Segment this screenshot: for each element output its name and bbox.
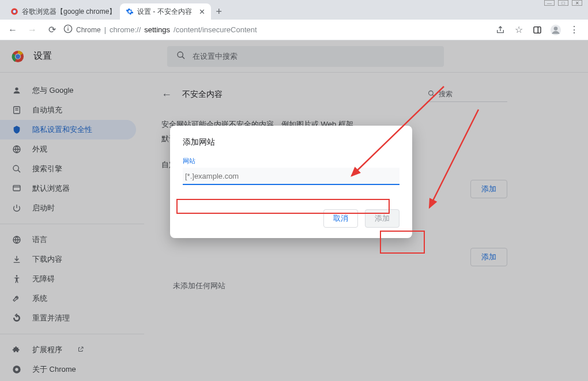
minimize-button[interactable]: — [544, 0, 555, 6]
svg-point-2 [13, 10, 16, 13]
kebab-menu-icon[interactable]: ⋮ [568, 24, 580, 36]
back-button[interactable]: ← [5, 22, 21, 38]
site-info-icon[interactable] [63, 24, 73, 35]
url-path-dark: settings [144, 25, 170, 34]
site-url-input[interactable] [183, 168, 399, 185]
browser-tab[interactable]: 谷歌浏览器【google chrome】 ✕ [5, 3, 120, 20]
svg-rect-5 [67, 27, 68, 27]
forward-button[interactable]: → [24, 22, 40, 38]
url-separator: | [104, 25, 106, 34]
svg-point-9 [554, 27, 558, 31]
close-window-button[interactable]: ✕ [572, 0, 582, 6]
cancel-button[interactable]: 取消 [323, 209, 358, 228]
share-icon[interactable] [495, 24, 506, 36]
url-scheme: chrome:// [110, 25, 141, 34]
dialog-title: 添加网站 [183, 137, 399, 148]
new-tab-button[interactable]: + [211, 3, 227, 20]
svg-rect-4 [67, 28, 68, 31]
reload-button[interactable]: ⟳ [44, 22, 60, 38]
chrome-icon [10, 7, 18, 16]
tab-title: 设置 - 不安全内容 [137, 7, 192, 17]
browser-tab[interactable]: 设置 - 不安全内容 ✕ [120, 3, 211, 20]
gear-icon [126, 7, 134, 16]
profile-avatar[interactable] [550, 24, 561, 36]
tab-strip: 谷歌浏览器【google chrome】 ✕ 设置 - 不安全内容 ✕ + [0, 0, 588, 20]
svg-rect-6 [534, 27, 541, 33]
tab-title: 谷歌浏览器【google chrome】 [22, 7, 116, 17]
dialog-actions: 取消 添加 [183, 209, 399, 228]
bookmark-icon[interactable]: ☆ [513, 24, 525, 36]
field-label: 网站 [183, 157, 399, 165]
confirm-add-button[interactable]: 添加 [365, 209, 399, 228]
toolbar-actions: ☆ ⋮ [495, 24, 583, 36]
close-icon[interactable]: ✕ [199, 7, 205, 16]
window-controls: — □ ✕ [544, 0, 582, 6]
browser-toolbar: ← → ⟳ Chrome | chrome://settings/content… [0, 20, 588, 40]
address-bar[interactable]: Chrome | chrome://settings/content/insec… [63, 24, 491, 35]
maximize-button[interactable]: □ [558, 0, 568, 6]
url-path-rest: /content/insecureContent [174, 25, 257, 34]
side-panel-icon[interactable] [532, 24, 543, 36]
url-prefix: Chrome [76, 26, 101, 34]
add-site-dialog: 添加网站 网站 取消 添加 [170, 126, 412, 238]
